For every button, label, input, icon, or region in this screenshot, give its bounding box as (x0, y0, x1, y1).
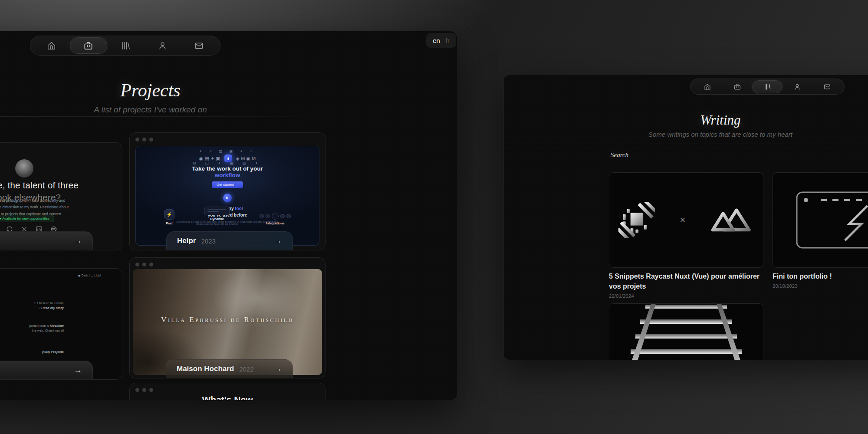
get-started-button[interactable]: Get started → (212, 181, 243, 188)
nav-about[interactable] (783, 80, 812, 93)
arrow-icon[interactable]: → (74, 236, 82, 246)
window-dots (135, 138, 153, 141)
story-text: it. I believe in a more ? Read my story … (29, 301, 64, 354)
page-subtitle: Some writings on topics that are close t… (504, 131, 868, 138)
post-meta: Fini ton portfolio ! 20/10/2023 (773, 271, 868, 289)
feature-fast: ⚡ Fast (164, 209, 174, 225)
play-button[interactable]: ▶ (223, 194, 232, 202)
nav-writing[interactable] (752, 80, 783, 93)
main-nav (690, 79, 845, 95)
project-card-portfolio[interactable]: y of one, the talent of three y look els… (0, 142, 122, 250)
app-icons-row3: M ▢ ✦ ▣ ▥ ✦ (136, 161, 319, 165)
page-header: Projects A list of projects I've worked … (0, 81, 457, 115)
card-footer[interactable]: 2024 → (0, 361, 93, 379)
mail-icon (823, 83, 831, 91)
project-year: 2022 (239, 365, 253, 373)
language-switch: en fr (426, 33, 456, 48)
user-icon (793, 83, 801, 91)
nav-home[interactable] (693, 80, 722, 93)
nav-contact[interactable] (812, 80, 842, 93)
page-header: Writing Some writings on topics that are… (504, 113, 868, 138)
app-icons-row1: ✦ ✧ ▥ ▣ ✦ ✧ (136, 149, 319, 153)
project-name: Helpr (177, 237, 196, 245)
lightning-icon: ⚡ (164, 209, 174, 220)
search-label[interactable]: Search (611, 151, 628, 159)
hero-headline-line1: y of one, the talent of three (0, 179, 122, 191)
page-subtitle: A list of projects I've worked on (0, 105, 457, 115)
project-card-story[interactable]: ◼ Dark | ▢ Light it. I believe in a more… (0, 268, 122, 380)
post-card-raycast-nuxt[interactable]: × (609, 172, 763, 268)
library-icon (121, 41, 131, 51)
nav-writing[interactable] (107, 37, 144, 54)
mini-card-icon (204, 207, 230, 215)
project-name: Maison Hochard (177, 365, 234, 373)
home-icon (704, 83, 711, 91)
helpr-features: ⚡ Fast Dynamic Create powerful flows wit… (136, 207, 319, 225)
lang-en[interactable]: en (433, 37, 440, 44)
video-row: ▶ (136, 193, 319, 203)
page: { "left_window": { "nav": { "items": ["h… (0, 0, 868, 434)
project-card-maison[interactable]: Villa Ephrussi de Rothschild Maison Hoch… (129, 257, 326, 378)
nav-about[interactable] (144, 37, 181, 54)
arrow-icon[interactable]: → (274, 236, 282, 246)
post-meta: 5 Snippets Raycast Nuxt (Vue) pour améli… (609, 271, 763, 299)
project-card-whats-new[interactable]: What's New (129, 383, 326, 400)
user-icon (158, 41, 168, 51)
project-year: 2023 (201, 237, 215, 245)
nav-home[interactable] (33, 37, 70, 54)
post-title[interactable]: 5 Snippets Raycast Nuxt (Vue) pour améli… (609, 271, 763, 291)
browser-bolt-graphic (796, 191, 868, 249)
theme-toggle[interactable]: ◼ Dark | ▢ Light (78, 274, 101, 277)
hero-body: t director and photographer, I fuse tech… (0, 197, 122, 217)
briefcase-icon (83, 41, 93, 51)
post-title[interactable]: Fini ton portfolio ! (773, 271, 868, 281)
nuxt-logo (710, 205, 754, 235)
helpr-hero-title: Take the work out of your (136, 165, 319, 172)
avatar (15, 159, 33, 178)
page-title: Writing (504, 113, 868, 127)
times-separator: × (680, 214, 686, 226)
briefcase-icon (733, 83, 741, 91)
helpr-hero-accent: workflow (136, 172, 319, 178)
card-footer[interactable]: Maison Hochard 2022 → (166, 359, 293, 378)
badge-dot: ● (0, 217, 1, 220)
projects-window: en fr Projects A list of projects I've w… (0, 31, 457, 400)
post-card-portfolio-bolt[interactable] (773, 172, 868, 268)
ladder-graphic (609, 303, 763, 360)
feature-dynamic: Dynamic Create powerful flows with our d… (194, 207, 240, 225)
nav-contact[interactable] (181, 37, 217, 54)
nav-projects[interactable] (70, 37, 108, 54)
post-card-ladder[interactable] (609, 303, 763, 360)
post-date: 20/10/2023 (773, 283, 868, 289)
nav-projects[interactable] (722, 80, 752, 93)
home-icon (46, 41, 56, 51)
raycast-logo (618, 202, 655, 238)
feature-integrations: Integrations (260, 213, 291, 225)
writing-window: Writing Some writings on topics that are… (503, 75, 868, 360)
mail-icon (194, 41, 204, 51)
arrow-icon[interactable]: → (74, 365, 82, 375)
read-my-story-link[interactable]: Read my story (41, 306, 64, 310)
integration-icons (260, 213, 291, 220)
window-dots (135, 388, 153, 392)
lang-fr[interactable]: fr (446, 37, 450, 44)
card-footer[interactable]: Helpr 2023 → (166, 231, 293, 250)
window-dots (135, 263, 153, 266)
arrow-icon[interactable]: → (274, 364, 282, 374)
project-card-helpr[interactable]: ✦ ✧ ▥ ▣ ✦ ✧ ◉ ▤ ✦ ▣ ▮ ◈ M ◉ M M ▢ ✦ ▣ ▥ … (129, 132, 326, 250)
page-title: Projects (0, 81, 457, 100)
helpr-screenshot: ✦ ✧ ▥ ▣ ✦ ✧ ◉ ▤ ✦ ▣ ▮ ◈ M ◉ M M ▢ ✦ ▣ ▥ … (135, 146, 319, 246)
availability-badge: ● Available for new opportunities (0, 215, 55, 222)
post-date: 22/01/2024 (609, 293, 763, 299)
main-nav (30, 36, 220, 56)
library-icon (763, 83, 771, 91)
villa-overlay-title: Villa Ephrussi de Rothschild (133, 316, 322, 324)
card-footer[interactable]: 2024 → (0, 231, 93, 250)
whats-new-title: What's New (130, 395, 325, 400)
